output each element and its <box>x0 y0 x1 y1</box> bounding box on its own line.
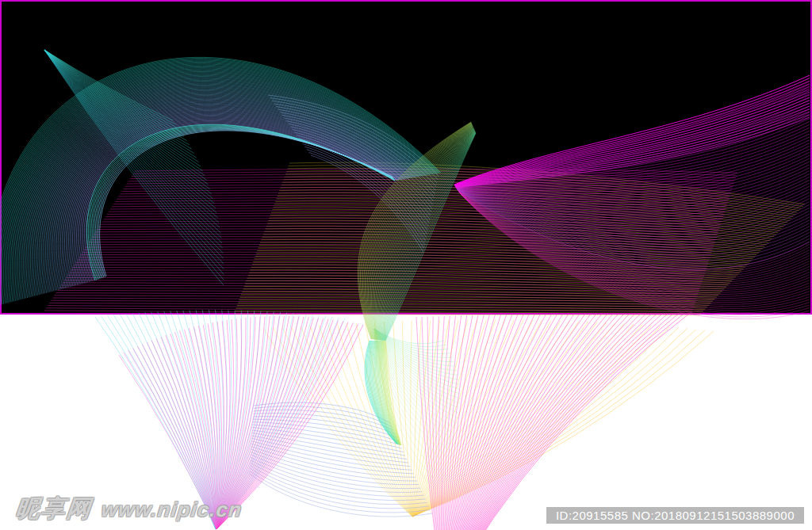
stock-image-preview: 昵享网 www.nipic.cn ID:20915585 NO:20180912… <box>0 0 812 530</box>
abstract-line-artwork <box>0 0 812 530</box>
watermark-id-badge: ID:20915585 NO:20180912151503889000 <box>546 507 804 524</box>
